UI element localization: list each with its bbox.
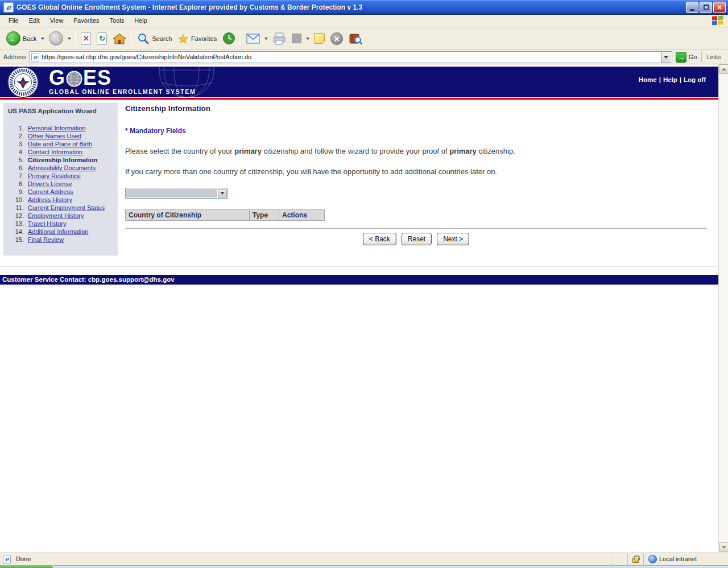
start-button-edge[interactable] (0, 566, 53, 568)
chevron-down-icon (220, 192, 225, 195)
scroll-up-button[interactable] (719, 64, 728, 74)
toolbar-separator (131, 31, 132, 46)
country-select-dropdown-button[interactable] (218, 189, 227, 197)
mail-button[interactable] (243, 29, 263, 48)
mandatory-fields-note: * Mandatory Fields (125, 127, 707, 135)
toolbar-separator (75, 31, 76, 46)
forward-button[interactable]: → (46, 29, 66, 48)
header-nav: Home|Help|Log off (639, 76, 706, 83)
country-select[interactable] (125, 188, 228, 199)
menu-view[interactable]: View (45, 15, 69, 27)
mail-icon (246, 34, 260, 44)
forward-dropdown-icon[interactable] (68, 38, 71, 40)
wizard-step-travel-history: 13.Travel History (8, 220, 118, 228)
back-icon: ← (6, 31, 20, 46)
forward-icon: → (49, 31, 63, 46)
close-button[interactable]: ✕ (713, 2, 726, 13)
home-button[interactable] (110, 29, 129, 48)
refresh-button[interactable]: ↻ (94, 29, 110, 48)
status-text: Done (16, 555, 31, 562)
wizard-step-admissibility-documents: 6.Admissibility Documents (8, 164, 118, 172)
citizenship-table: Country of Citizenship Type Actions (125, 209, 325, 221)
wizard-step-drivers-license: 8.Driver's License (8, 180, 118, 188)
research-button[interactable] (346, 29, 365, 48)
security-panel (627, 554, 643, 565)
windows-flag-icon (711, 15, 725, 27)
taskbar-edge (0, 565, 728, 568)
search-button[interactable]: Search (134, 29, 175, 48)
column-actions: Actions (279, 210, 325, 221)
address-dropdown-button[interactable] (661, 52, 671, 63)
go-button[interactable]: → Go (672, 52, 702, 63)
edit-icon (292, 34, 301, 43)
stop-button[interactable]: ✕ (78, 29, 94, 48)
wizard-step-final-review: 15.Final Review (8, 236, 118, 244)
messenger-button[interactable]: ✕ (328, 29, 346, 48)
messenger-x-icon: ✕ (330, 32, 343, 45)
page-ie-icon: e (31, 53, 39, 61)
research-book-icon (349, 32, 362, 45)
menu-edit[interactable]: Edit (24, 15, 45, 27)
main-content: Citizenship Information * Mandatory Fiel… (125, 104, 707, 245)
print-button[interactable] (270, 29, 289, 48)
logoff-link[interactable]: Log off (684, 76, 706, 83)
country-select-value (126, 189, 217, 197)
history-button[interactable] (220, 29, 238, 48)
goes-logo: G ES GLOBAL ONLINE ENROLLMENT SYSTEM (49, 68, 196, 95)
wizard-step-contact-information: 4.Contact Information (8, 148, 118, 156)
edit-dropdown-icon[interactable] (306, 38, 309, 40)
refresh-icon: ↻ (97, 32, 107, 45)
toolbar: ← Back → ✕ ↻ Search (0, 27, 728, 50)
favorites-star-icon: ★ (177, 32, 189, 45)
address-url[interactable]: https://goes-sat.cbp.dhs.gov/goes/Citize… (42, 53, 661, 60)
zone-label: Local intranet (659, 555, 697, 562)
home-link[interactable]: Home (639, 76, 657, 83)
mail-dropdown-icon[interactable] (264, 38, 268, 40)
back-wizard-button[interactable]: < Back (363, 233, 396, 245)
column-country-of-citizenship: Country of Citizenship (126, 210, 250, 221)
reset-button[interactable]: Reset (402, 233, 432, 245)
content-divider (125, 228, 707, 229)
title-bar: e GOES Global Online Enrollment System -… (0, 0, 728, 15)
menu-tools[interactable]: Tools (105, 15, 130, 27)
favorites-button[interactable]: ★ Favorites (175, 29, 220, 48)
edit-button[interactable] (289, 29, 304, 48)
logo-letters-es: ES (83, 68, 111, 88)
wizard-step-employment-history: 12.Employment History (8, 212, 118, 220)
messenger-note-button[interactable] (311, 29, 328, 48)
scroll-down-button[interactable] (719, 542, 728, 552)
home-icon (113, 32, 126, 45)
note-icon (314, 33, 325, 44)
status-page-icon: e (3, 555, 11, 563)
next-button[interactable]: Next > (437, 233, 469, 245)
status-spacer-panel (613, 554, 627, 565)
wizard-step-current-employment-status: 11.Current Employment Status (8, 204, 118, 212)
restore-button[interactable] (700, 2, 712, 13)
print-icon (272, 32, 286, 45)
zone-panel: Local intranet (643, 554, 728, 565)
links-toolbar[interactable]: Links (701, 51, 727, 63)
table-header-row: Country of Citizenship Type Actions (126, 210, 325, 221)
minimize-button[interactable] (686, 2, 698, 13)
wizard-buttons: < Back Reset Next > (125, 233, 707, 245)
menu-help[interactable]: Help (129, 15, 152, 27)
address-bar: Address e https://goes-sat.cbp.dhs.gov/g… (0, 50, 728, 64)
menu-favorites[interactable]: Favorites (68, 15, 104, 27)
menu-bar: File Edit View Favorites Tools Help (0, 15, 728, 27)
vertical-scrollbar[interactable] (718, 64, 728, 552)
help-link[interactable]: Help (663, 76, 677, 83)
back-dropdown-icon[interactable] (41, 38, 44, 40)
scroll-down-icon (722, 546, 726, 549)
instruction-paragraph-2: If you carry more than one country of ci… (125, 167, 707, 176)
back-button[interactable]: ← Back (3, 29, 39, 48)
wizard-step-additional-information: 14.Additional Information (8, 228, 118, 236)
ie-window: e GOES Global Online Enrollment System -… (0, 0, 728, 568)
wizard-step-address-history: 10.Address History (8, 196, 118, 204)
address-input[interactable]: e https://goes-sat.cbp.dhs.gov/goes/Citi… (30, 51, 672, 63)
page-divider (0, 266, 718, 266)
wizard-step-citizenship-information: 5.Citizenship Information (8, 156, 118, 164)
instruction-paragraph-1: Please select the country of your primar… (125, 147, 707, 155)
minimize-icon (690, 9, 694, 11)
wizard-step-date-and-place-of-birth: 3.Date and Place of Birth (8, 140, 118, 148)
menu-file[interactable]: File (3, 15, 24, 27)
